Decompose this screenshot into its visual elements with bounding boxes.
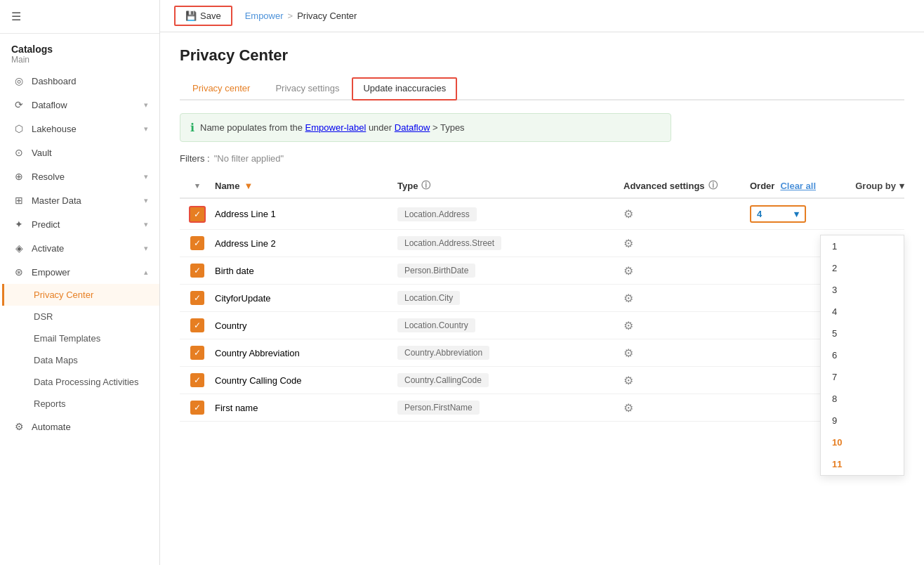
row-name-col: Country Calling Code xyxy=(215,375,397,386)
dropdown-item-3[interactable]: 3 xyxy=(821,279,904,301)
header-name-label: Name xyxy=(215,181,239,191)
dropdown-item-5[interactable]: 5 xyxy=(821,323,904,344)
adv-info-icon[interactable]: ⓘ xyxy=(708,179,718,192)
expand-arrow: ▾ xyxy=(144,196,148,205)
row-checkbox[interactable]: ✓ xyxy=(190,373,204,387)
sidebar-item-dashboard[interactable]: ◎ Dashboard xyxy=(0,69,159,93)
sidebar-label-automate: Automate xyxy=(32,422,148,432)
sidebar-item-masterdata[interactable]: ⊞ Master Data ▾ xyxy=(0,188,159,212)
hamburger-icon[interactable]: ☰ xyxy=(11,10,21,23)
row-type-col: Country.CallingCode xyxy=(397,373,623,387)
row-checkbox[interactable]: ✓ xyxy=(190,401,204,415)
row-type-col: Location.Address xyxy=(397,207,623,221)
row-checkbox[interactable]: ✓ xyxy=(190,291,204,305)
gear-icon[interactable]: ⚙ xyxy=(623,346,633,360)
info-text: Name populates from the Empower-label un… xyxy=(200,122,465,133)
sidebar-subitem-data-maps[interactable]: Data Maps xyxy=(2,349,159,371)
row-name-text: First name xyxy=(215,403,258,413)
sidebar-item-vault[interactable]: ⊙ Vault xyxy=(0,141,159,164)
table-header: ▾ Name ▼ Type ⓘ Advanced settings ⓘ Orde… xyxy=(180,174,904,199)
row-checkbox[interactable]: ✓ xyxy=(190,264,204,278)
dropdown-item-10[interactable]: 10 xyxy=(821,431,904,453)
dropdown-item-2[interactable]: 2 xyxy=(821,257,904,279)
header-order-col: Order Clear all Group by ▾ xyxy=(750,181,904,191)
sidebar-item-empower[interactable]: ⊛ Empower ▴ xyxy=(2,260,159,284)
row-name-col: First name xyxy=(215,403,397,413)
sidebar-item-dataflow[interactable]: ⟳ Dataflow ▾ xyxy=(0,93,159,117)
checkmark-icon: ✓ xyxy=(194,320,201,330)
gear-icon[interactable]: ⚙ xyxy=(623,319,633,332)
info-banner: ℹ Name populates from the Empower-label … xyxy=(180,113,671,142)
order-dropdown[interactable]: 4 ▾ xyxy=(750,205,806,223)
row-name-text: Birth date xyxy=(215,266,254,276)
filter-value: "No filter applied" xyxy=(214,153,284,164)
sort-icon[interactable]: ▾ xyxy=(195,181,199,190)
dropdown-item-4[interactable]: 4 xyxy=(821,301,904,323)
expand-arrow: ▾ xyxy=(144,172,148,181)
dropdown-item-6[interactable]: 6 xyxy=(821,344,904,366)
group-by-arrow-icon: ▾ xyxy=(899,181,904,191)
checkmark-icon: ✓ xyxy=(194,238,201,248)
row-name-col: Country Abbreviation xyxy=(215,348,397,358)
tab-update-inaccuracies[interactable]: Update inaccuracies xyxy=(352,77,457,100)
type-info-icon[interactable]: ⓘ xyxy=(421,179,430,192)
sidebar-label-lakehouse: Lakehouse xyxy=(32,124,137,134)
sidebar-subitem-data-processing[interactable]: Data Processing Activities xyxy=(2,371,159,393)
gear-icon[interactable]: ⚙ xyxy=(623,207,633,221)
sidebar-item-predict[interactable]: ✦ Predict ▾ xyxy=(0,212,159,236)
sidebar-subitem-privacy-center[interactable]: Privacy Center xyxy=(2,284,159,306)
row-checkbox[interactable]: ✓ xyxy=(190,236,204,250)
lakehouse-icon: ⬡ xyxy=(13,123,25,134)
sidebar-subitem-reports[interactable]: Reports xyxy=(2,393,159,415)
dropdown-item-1[interactable]: 1 xyxy=(821,235,904,257)
table-row: ✓ Address Line 1 Location.Address ⚙ 4 ▾ xyxy=(180,199,904,230)
dataflow-link[interactable]: Dataflow xyxy=(395,122,430,133)
order-value: 4 xyxy=(757,209,762,219)
gear-icon[interactable]: ⚙ xyxy=(623,292,633,305)
row-name-col: Address Line 1 xyxy=(215,209,397,219)
sidebar-item-resolve[interactable]: ⊕ Resolve ▾ xyxy=(0,164,159,188)
dropdown-item-7[interactable]: 7 xyxy=(821,366,904,388)
tab-privacy-settings[interactable]: Privacy settings xyxy=(263,77,352,100)
sidebar-item-automate[interactable]: ⚙ Automate xyxy=(0,415,159,439)
gear-icon[interactable]: ⚙ xyxy=(623,401,633,415)
group-by-button[interactable]: Group by ▾ xyxy=(855,181,904,191)
gear-icon[interactable]: ⚙ xyxy=(623,374,633,387)
gear-icon[interactable]: ⚙ xyxy=(623,237,633,250)
clear-all-link[interactable]: Clear all xyxy=(780,181,816,191)
breadcrumb-parent[interactable]: Empower xyxy=(245,11,284,21)
sidebar-label-vault: Vault xyxy=(32,148,148,158)
sidebar-item-lakehouse[interactable]: ⬡ Lakehouse ▾ xyxy=(0,117,159,141)
tab-privacy-center[interactable]: Privacy center xyxy=(180,77,263,100)
row-checkbox[interactable]: ✓ xyxy=(190,346,204,360)
save-button[interactable]: 💾 Save xyxy=(174,6,232,26)
row-checkbox[interactable]: ✓ xyxy=(189,206,206,223)
dropdown-item-9[interactable]: 9 xyxy=(821,410,904,431)
breadcrumb-current: Privacy Center xyxy=(297,11,357,21)
checkmark-icon: ✓ xyxy=(194,375,201,385)
row-check-col: ✓ xyxy=(180,401,215,415)
group-by-label: Group by xyxy=(855,181,896,191)
type-pill: Location.Country xyxy=(397,318,475,332)
type-pill: Person.FirstName xyxy=(397,401,480,415)
automate-icon: ⚙ xyxy=(13,421,25,432)
header-type-col: Type ⓘ xyxy=(397,179,623,192)
type-pill: Country.CallingCode xyxy=(397,373,489,387)
expand-arrow: ▾ xyxy=(144,124,148,134)
dropdown-item-8[interactable]: 8 xyxy=(821,388,904,410)
sidebar-item-activate[interactable]: ◈ Activate ▾ xyxy=(0,236,159,260)
sidebar-subitem-email-templates[interactable]: Email Templates xyxy=(2,327,159,349)
vault-icon: ⊙ xyxy=(13,147,25,158)
sidebar-label-activate: Activate xyxy=(32,243,137,254)
checkmark-icon: ✓ xyxy=(194,403,201,413)
sidebar-subitem-dsr[interactable]: DSR xyxy=(2,306,159,327)
expand-arrow: ▴ xyxy=(144,268,148,277)
gear-icon[interactable]: ⚙ xyxy=(623,264,633,278)
type-pill: Location.Address.Street xyxy=(397,236,501,250)
filter-icon[interactable]: ▼ xyxy=(244,181,253,191)
dropdown-item-11[interactable]: 11 xyxy=(821,453,904,475)
row-checkbox[interactable]: ✓ xyxy=(190,318,204,332)
catalog-title: Catalogs xyxy=(11,44,148,55)
order-label: Order xyxy=(750,181,774,191)
empower-label-link[interactable]: Empower-label xyxy=(305,122,367,133)
